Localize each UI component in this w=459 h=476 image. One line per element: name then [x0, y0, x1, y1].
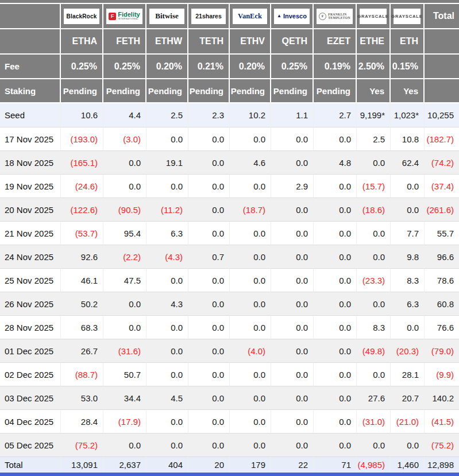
value-cell: 7.7: [391, 222, 425, 245]
fee-cell-qeth: 0.25%: [271, 55, 314, 79]
value-cell: 0.0: [314, 269, 357, 292]
value-cell: 0.0: [357, 434, 391, 457]
value-cell: 27.6: [357, 386, 391, 410]
value-cell: 0.0: [314, 198, 357, 222]
ticker-row: ETHAFETHETHWTETHETHVQETHEZETETHEETH: [0, 29, 459, 55]
value-cell: 0.0: [271, 434, 314, 457]
value-cell: 0.0: [188, 269, 230, 292]
value-cell: 0.0: [103, 316, 146, 339]
data-row: 24 Nov 202592.6(2.2)(4.3)0.70.00.00.00.0…: [0, 245, 459, 269]
value-cell: 60.8: [425, 292, 459, 316]
row-label: 24 Nov 2025: [0, 245, 61, 269]
value-cell: (193.0): [61, 127, 103, 151]
staking-cell-ethv: Pending: [230, 79, 271, 103]
staking-cell-etha: Pending: [61, 79, 103, 103]
staking-cell-ethe: Yes: [357, 79, 391, 103]
value-cell: (15.7): [357, 175, 391, 198]
value-cell: 2.9: [271, 175, 314, 198]
value-cell: (2.2): [103, 245, 146, 269]
franklin-logo-cell: FFRANKLINTEMPLETON: [314, 4, 357, 29]
value-cell: 4.8: [314, 151, 357, 175]
value-cell: 20: [188, 457, 230, 473]
value-cell: 0.0: [188, 363, 230, 386]
fidelity-f-icon: F: [109, 13, 116, 20]
value-cell: 92.6: [61, 245, 103, 269]
bitwise-logo: Bitwise: [149, 9, 184, 24]
data-row: 18 Nov 2025(165.1)0.019.10.04.60.04.80.0…: [0, 151, 459, 175]
data-row: 25 Nov 202546.147.50.00.00.00.00.0(23.3)…: [0, 269, 459, 292]
value-cell: 0.0: [314, 222, 357, 245]
row-label: 18 Nov 2025: [0, 151, 61, 175]
value-cell: (18.7): [230, 198, 271, 222]
invesco-wordmark: Invesco: [283, 13, 307, 20]
value-cell: 0.0: [146, 127, 188, 151]
value-cell: (165.1): [61, 151, 103, 175]
value-cell: 0.0: [314, 316, 357, 339]
value-cell: 34.4: [103, 386, 146, 410]
value-cell: 0.0: [230, 222, 271, 245]
bottom-accent-bar: [0, 473, 459, 476]
value-cell: 0.7: [188, 245, 230, 269]
value-cell: 0.0: [188, 386, 230, 410]
value-cell: 0.0: [391, 198, 425, 222]
grayscale-logo: GRAYSCALE: [360, 9, 387, 24]
value-cell: 0.0: [230, 127, 271, 151]
fidelity-logo-cell: FFidelityINTERNATIONAL: [103, 4, 146, 29]
data-row: 01 Dec 202526.7(31.6)0.00.0(4.0)0.00.0(4…: [0, 339, 459, 363]
row-label: 02 Dec 2025: [0, 363, 61, 386]
grayscale-logo-cell: GRAYSCALE: [391, 4, 425, 29]
bitwise-wordmark: Bitwise: [155, 11, 178, 21]
value-cell: 8.3: [357, 316, 391, 339]
value-cell: 404: [146, 457, 188, 473]
value-cell: 2.5: [146, 103, 188, 127]
fee-cell-ethw: 0.20%: [146, 55, 188, 79]
value-cell: 0.0: [357, 292, 391, 316]
ticker-cell-ethe: ETHE: [357, 29, 391, 55]
value-cell: 1,460: [391, 457, 425, 473]
value-cell: 2.3: [188, 103, 230, 127]
etf-flows-page: BlackRockFFidelityINTERNATIONALBitwise21…: [0, 0, 459, 476]
value-cell: (75.2): [61, 434, 103, 457]
value-cell: (74.2): [425, 151, 459, 175]
value-cell: 68.3: [61, 316, 103, 339]
value-cell: 53.0: [61, 386, 103, 410]
value-cell: 1,023*: [391, 103, 425, 127]
value-cell: 9,199*: [357, 103, 391, 127]
ticker-cell-qeth: QETH: [271, 29, 314, 55]
value-cell: 8.3: [391, 269, 425, 292]
total-column-header: Total: [425, 4, 459, 29]
value-cell: (20.3): [391, 339, 425, 363]
grayscale-logo-cell: GRAYSCALE: [357, 4, 391, 29]
value-cell: 2.5: [357, 127, 391, 151]
value-cell: 0.0: [146, 339, 188, 363]
value-cell: 26.7: [61, 339, 103, 363]
value-cell: 0.0: [146, 316, 188, 339]
value-cell: 0.0: [271, 363, 314, 386]
row-label: 05 Dec 2025: [0, 434, 61, 457]
value-cell: 0.0: [357, 363, 391, 386]
value-cell: 0.0: [357, 151, 391, 175]
value-cell: 0.0: [188, 222, 230, 245]
row-label: 21 Nov 2025: [0, 222, 61, 245]
value-cell: (18.6): [357, 198, 391, 222]
value-cell: (75.2): [425, 434, 459, 457]
ticker-cell-teth: TETH: [188, 29, 230, 55]
franklin-seal-icon: F: [319, 13, 326, 20]
ticker-cell-ethw: ETHW: [146, 29, 188, 55]
row-label: 20 Nov 2025: [0, 198, 61, 222]
value-cell: 0.0: [391, 175, 425, 198]
value-cell: 0.0: [103, 292, 146, 316]
value-cell: 20.7: [391, 386, 425, 410]
fee-cell-etha: 0.25%: [61, 55, 103, 79]
value-cell: 0.0: [271, 245, 314, 269]
21shares-wordmark: 21shares: [195, 13, 222, 20]
value-cell: (261.6): [425, 198, 459, 222]
value-cell: 0.0: [146, 269, 188, 292]
value-cell: 0.0: [271, 410, 314, 434]
value-cell: 4.6: [230, 151, 271, 175]
value-cell: 10.8: [391, 127, 425, 151]
value-cell: 28.4: [61, 410, 103, 434]
etf-flows-table: BlackRockFFidelityINTERNATIONALBitwise21…: [0, 4, 459, 473]
value-cell: (37.4): [425, 175, 459, 198]
value-cell: 4.3: [146, 292, 188, 316]
